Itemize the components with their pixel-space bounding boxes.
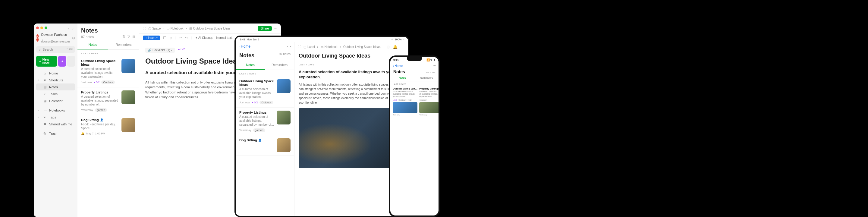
note-icon: ▤	[43, 85, 47, 89]
note-card[interactable]: Property Listings A curated selection of…	[419, 87, 439, 116]
tag-chip: garden	[95, 108, 107, 112]
gear-icon[interactable]: ⚙	[72, 36, 75, 40]
ellipsis-icon[interactable]: ⋯	[287, 44, 291, 49]
signal-icon: 📶	[427, 59, 430, 61]
task-progress[interactable]: ● 0/2	[178, 48, 185, 53]
list-title: Notes	[81, 27, 135, 34]
sidebar-item-shortcuts[interactable]: ›★Shortcuts	[36, 76, 75, 84]
undo-icon[interactable]: ↶	[179, 36, 182, 40]
tag-chip: garden	[419, 99, 427, 101]
notebook-icon: ▭	[43, 108, 47, 112]
tag-icon: ⏷	[43, 115, 47, 119]
search-input[interactable]: ⌕ Search ⌃⌘F	[36, 46, 75, 53]
task-badge: ● 0/2	[393, 99, 397, 101]
text-style-dropdown[interactable]: Normal text ▾	[216, 36, 234, 39]
tab-notes[interactable]: Notes	[78, 40, 108, 50]
search-placeholder: Search	[42, 48, 53, 51]
note-count: 97 notes	[426, 71, 435, 74]
add-user-icon[interactable]: ⊕	[386, 44, 390, 49]
ai-button[interactable]: ✦	[58, 56, 66, 67]
insert-button[interactable]: +Insert▾	[143, 36, 160, 40]
note-title: Property Listings	[419, 87, 439, 90]
tab-reminders[interactable]: Reminders	[414, 75, 438, 81]
ai-cleanup-button[interactable]: ✦AI Cleanup	[195, 36, 213, 39]
ellipsis-icon[interactable]: ⋯	[433, 64, 436, 68]
filter-icon[interactable]: ▽	[127, 35, 130, 38]
profile[interactable]: D Dawson Pacheco ⌄ dawson@evernote.com ⚙	[36, 33, 75, 43]
expand-icon[interactable]: ⛶	[143, 27, 146, 30]
back-button[interactable]: ‹Home	[393, 64, 403, 67]
note-title: Outdoor Living Space Ideas	[239, 79, 274, 87]
back-arrow-icon[interactable]: ‹	[68, 27, 71, 29]
tablet-window: 9:41 Mon Jun 6 ᯤ 100% ▮ ‹Home ⋯ Notes 97…	[235, 36, 409, 217]
list-item[interactable]: Outdoor Living Space Ideas A curated sel…	[236, 76, 294, 107]
attachment-icon[interactable]: ⊕	[169, 36, 173, 40]
backlinks-button[interactable]: 🔗Backlinks(1) ▾	[145, 48, 175, 53]
sidebar-item-calendar[interactable]: ▦Calendar	[36, 97, 75, 104]
tab-notes[interactable]: Notes	[236, 61, 265, 70]
more-button[interactable]: ⋯	[67, 56, 75, 67]
chevron-down-icon: ▾	[232, 37, 234, 39]
tag-chip: +1	[407, 99, 412, 101]
minimize-icon[interactable]	[40, 27, 43, 29]
sidebar-item-tags[interactable]: ›⏷Tags	[36, 114, 75, 121]
breadcrumb[interactable]: ▢ Space	[148, 27, 161, 30]
sidebar-item-notes[interactable]: ▤Notes	[36, 84, 75, 90]
breadcrumb[interactable]: ▤ Outdoor Living Space Ideas	[189, 27, 230, 30]
list-item[interactable]: Dog Sitting 👤	[236, 135, 294, 156]
breadcrumb[interactable]: ▭ Notebook	[321, 45, 338, 49]
ellipsis-icon[interactable]: ⋯	[401, 44, 404, 49]
new-note-button[interactable]: +New Note	[36, 56, 57, 67]
chevron-left-icon: ‹	[239, 44, 240, 49]
maximize-icon[interactable]	[44, 27, 47, 29]
list-item[interactable]: Property Listings A curated selection of…	[236, 107, 294, 135]
search-icon: ⌕	[38, 48, 41, 51]
tab-reminders[interactable]: Reminders	[265, 61, 294, 70]
list-item[interactable]: Outdoor Living Space Ideas A curated sel…	[78, 56, 139, 87]
window-controls: ‹ ›	[36, 27, 75, 29]
chevron-right-icon: ›	[163, 27, 164, 30]
note-title: Dog Sitting 👤	[81, 118, 119, 122]
note-date: Yesterday	[239, 129, 251, 132]
checkbox-icon[interactable]: ☐	[163, 36, 166, 40]
sidebar-item-tasks[interactable]: ✓Tasks	[36, 90, 75, 97]
sidebar-item-trash[interactable]: 🗑Trash	[36, 130, 75, 137]
list-item[interactable]: Property Listings A curated selection of…	[78, 87, 139, 115]
check-circle-icon: ✓	[43, 92, 47, 96]
view-icon[interactable]: ▥	[132, 35, 135, 38]
list-item[interactable]: Dog Sitting 👤 Food: Feed twice per day. …	[78, 115, 139, 138]
breadcrumb[interactable]: ▭ Notebook	[167, 27, 184, 30]
chevron-down-icon: ⌄	[41, 37, 43, 40]
share-button[interactable]: Share	[258, 26, 272, 31]
section-label: Last 7 days	[390, 82, 438, 86]
section-label: Last 7 days	[78, 50, 139, 56]
note-thumbnail	[121, 118, 135, 132]
back-button[interactable]: ‹Home	[239, 44, 250, 49]
trash-icon: 🗑	[43, 131, 47, 135]
breadcrumb[interactable]: Outdoor Living Space Ideas	[343, 45, 380, 49]
sidebar-item-shared[interactable]: ⚉Shared with me	[36, 121, 75, 127]
sort-icon[interactable]: ⇅	[122, 35, 125, 38]
note-date: Just now	[393, 114, 417, 116]
redo-icon[interactable]: ↷	[185, 36, 188, 40]
note-card[interactable]: Outdoor Living Spa… A curated selection …	[393, 87, 417, 116]
sidebar-item-home[interactable]: ⌂Home	[36, 70, 75, 76]
expand-icon[interactable]: ⛶	[298, 45, 301, 49]
ellipsis-icon[interactable]: ⋯	[274, 27, 277, 30]
tab-notes[interactable]: Notes	[390, 75, 414, 81]
bell-icon[interactable]: 🔔	[393, 44, 398, 49]
chevron-right-icon: ›	[186, 27, 187, 30]
note-title: Outdoor Living Space Ideas	[81, 59, 119, 66]
tab-reminders[interactable]: Reminders	[108, 40, 139, 50]
note-preview: A curated selection of available listing…	[393, 90, 417, 98]
breadcrumb[interactable]: ▢ Label	[304, 45, 315, 49]
status-bar: 9:41 Mon Jun 6 ᯤ 100% ▮	[236, 37, 408, 42]
sidebar-item-notebooks[interactable]: ›▭Notebooks	[36, 107, 75, 114]
note-preview: A curated selection of available listing…	[239, 87, 274, 99]
document-image	[299, 108, 404, 168]
shared-icon: 👤	[100, 119, 103, 121]
forward-arrow-icon[interactable]: ›	[72, 27, 75, 29]
star-icon: ★	[43, 78, 47, 82]
note-date: May 7, 1:00 PM	[86, 132, 105, 135]
close-icon[interactable]	[36, 27, 39, 29]
